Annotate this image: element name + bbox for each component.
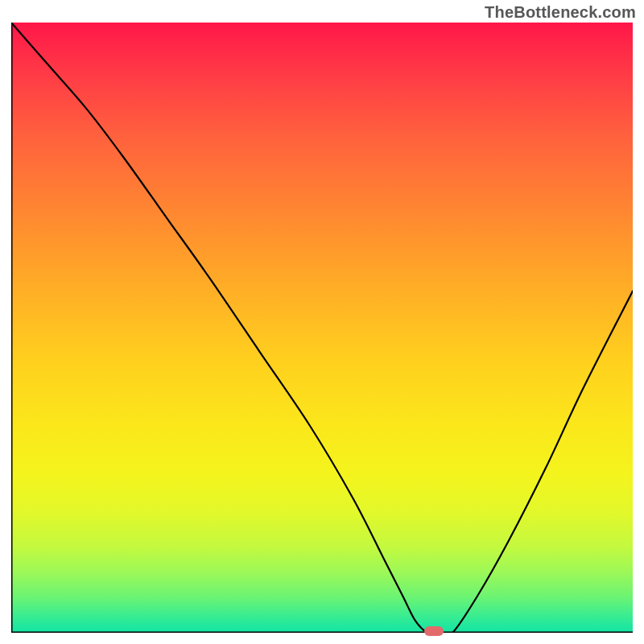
optimum-marker (424, 626, 444, 636)
watermark-text: TheBottleneck.com (485, 3, 636, 22)
bottleneck-curve (11, 23, 633, 633)
chart-container: TheBottleneck.com (0, 0, 644, 644)
plot-area (11, 23, 633, 633)
